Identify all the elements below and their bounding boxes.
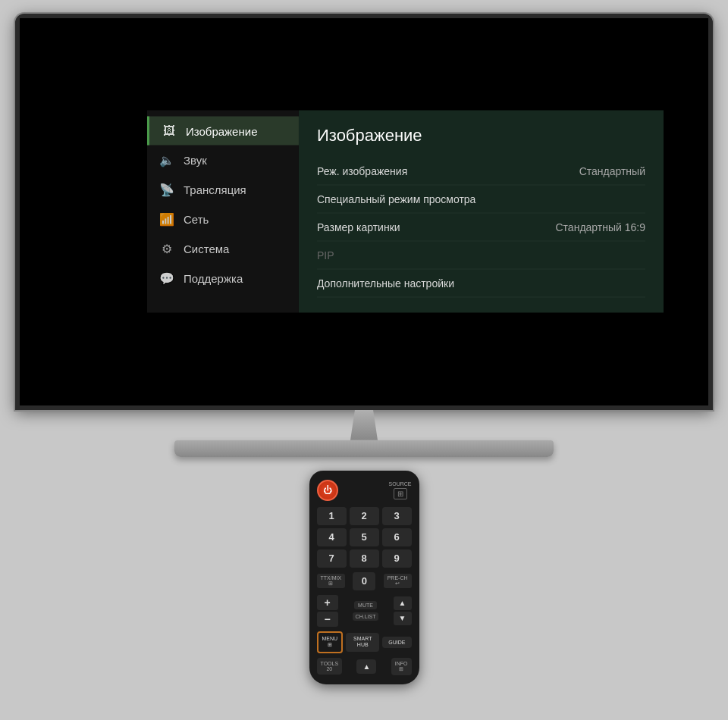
row-label: Размер картинки: [317, 221, 400, 233]
remote-control: ⏻ SOURCE ⊞ 123456789 TTX/MIX ⊞ 0 PRE-CH …: [309, 471, 419, 684]
menu-smarthub-guide-row: MENU ⊞ SMART HUB GUIDE: [317, 631, 412, 653]
volume-buttons: + −: [317, 595, 338, 627]
num-button-5[interactable]: 5: [350, 528, 379, 546]
menu-row[interactable]: Специальный режим просмотра: [317, 186, 645, 214]
network-icon: 📶: [159, 212, 174, 227]
sidebar-item-sound[interactable]: 🔈 Звук: [147, 146, 299, 175]
sidebar-item-support[interactable]: 💬 Поддержка: [147, 264, 299, 293]
zero-button[interactable]: 0: [353, 572, 375, 590]
row-value: Стандартный: [579, 165, 645, 177]
row-label: Дополнительные настройки: [317, 277, 454, 290]
menu-overlay: 🖼 Изображение 🔈 Звук 📡 Трансляция 📶 Сеть…: [147, 111, 664, 313]
menu-content-title: Изображение: [317, 126, 645, 146]
system-icon: ⚙: [159, 242, 174, 256]
chlist-button[interactable]: CH.LIST: [353, 612, 379, 621]
sidebar-item-label: Система: [184, 243, 229, 255]
numpad: 123456789: [317, 507, 412, 568]
power-button[interactable]: ⏻: [317, 480, 338, 501]
sidebar-item-system[interactable]: ⚙ Система: [147, 234, 299, 264]
menu-row[interactable]: Дополнительные настройки: [317, 270, 645, 298]
channel-down-button[interactable]: ▼: [394, 612, 412, 625]
sidebar-item-label: Поддержка: [184, 272, 243, 285]
sidebar-item-network[interactable]: 📶 Сеть: [147, 205, 299, 234]
num-button-4[interactable]: 4: [317, 528, 347, 546]
num-button-1[interactable]: 1: [317, 507, 347, 525]
volume-down-button[interactable]: −: [317, 612, 338, 627]
sidebar-item-label: Сеть: [184, 213, 209, 226]
row-label: Реж. изображения: [317, 165, 407, 177]
sidebar-item-label: Звук: [184, 154, 207, 167]
image-icon: 🖼: [162, 124, 177, 138]
tv-screen-inner: 🖼 Изображение 🔈 Звук 📡 Трансляция 📶 Сеть…: [20, 18, 708, 405]
num-button-6[interactable]: 6: [382, 528, 412, 546]
broadcast-icon: 📡: [159, 183, 174, 197]
menu-row[interactable]: Реж. изображения Стандартный: [317, 158, 645, 186]
num-button-8[interactable]: 8: [350, 549, 379, 568]
menu-button[interactable]: MENU ⊞: [317, 631, 344, 653]
arrow-up-button[interactable]: ▲: [356, 659, 376, 674]
row-label: Специальный режим просмотра: [317, 193, 475, 205]
tools-arrow-info-row: TOOLS 20 ▲ INFO ⊞: [317, 658, 412, 675]
sidebar-item-label: Трансляция: [184, 183, 246, 196]
ttxmix-button[interactable]: TTX/MIX ⊞: [317, 574, 346, 588]
mute-button[interactable]: MUTE: [354, 601, 377, 609]
source-button[interactable]: SOURCE ⊞: [389, 481, 412, 499]
num-button-3[interactable]: 3: [382, 507, 412, 525]
source-label: SOURCE: [389, 481, 412, 487]
sound-icon: 🔈: [159, 153, 174, 167]
sidebar-item-label: Изображение: [186, 124, 258, 137]
channel-up-button[interactable]: ▲: [394, 596, 412, 610]
smarthub-button[interactable]: SMART HUB: [346, 633, 379, 652]
tv-screen: 🖼 Изображение 🔈 Звук 📡 Трансляция 📶 Сеть…: [20, 18, 708, 405]
menu-content: Изображение Реж. изображения Стандартный…: [299, 111, 664, 313]
row-value: Стандартный 16:9: [555, 221, 645, 233]
vol-mute-nav-row: + − MUTE CH.LIST ▲ ▼: [317, 595, 412, 627]
tv-bezel: 🖼 Изображение 🔈 Звук 📡 Трансляция 📶 Сеть…: [15, 14, 713, 410]
tv-stand: [15, 410, 713, 457]
tools-button[interactable]: TOOLS 20: [317, 658, 343, 675]
tv-container: 🖼 Изображение 🔈 Звук 📡 Трансляция 📶 Сеть…: [15, 14, 713, 457]
menu-row: PIP: [317, 242, 645, 270]
source-icon: ⊞: [394, 488, 407, 499]
num-button-9[interactable]: 9: [382, 549, 412, 568]
prech-button[interactable]: PRE-CH ↩: [384, 574, 412, 588]
num-button-7[interactable]: 7: [317, 549, 347, 568]
sidebar-item-image[interactable]: 🖼 Изображение: [147, 117, 299, 146]
volume-up-button[interactable]: +: [317, 595, 338, 610]
info-button[interactable]: INFO ⊞: [391, 658, 412, 675]
row-label: PIP: [317, 249, 334, 261]
tv-stand-base: [174, 440, 554, 457]
mute-area: MUTE CH.LIST: [353, 601, 379, 621]
menu-sidebar: 🖼 Изображение 🔈 Звук 📡 Трансляция 📶 Сеть…: [147, 111, 299, 313]
tv-stand-neck: [341, 410, 387, 440]
sidebar-item-broadcast[interactable]: 📡 Трансляция: [147, 175, 299, 205]
nav-cluster: ▲ ▼: [394, 596, 412, 625]
support-icon: 💬: [159, 271, 174, 286]
remote-top-row: ⏻ SOURCE ⊞: [317, 480, 412, 501]
power-icon: ⏻: [323, 485, 332, 496]
num-button-2[interactable]: 2: [350, 507, 379, 525]
menu-row[interactable]: Размер картинки Стандартный 16:9: [317, 214, 645, 242]
guide-button[interactable]: GUIDE: [382, 637, 411, 648]
special-row: TTX/MIX ⊞ 0 PRE-CH ↩: [317, 572, 412, 590]
